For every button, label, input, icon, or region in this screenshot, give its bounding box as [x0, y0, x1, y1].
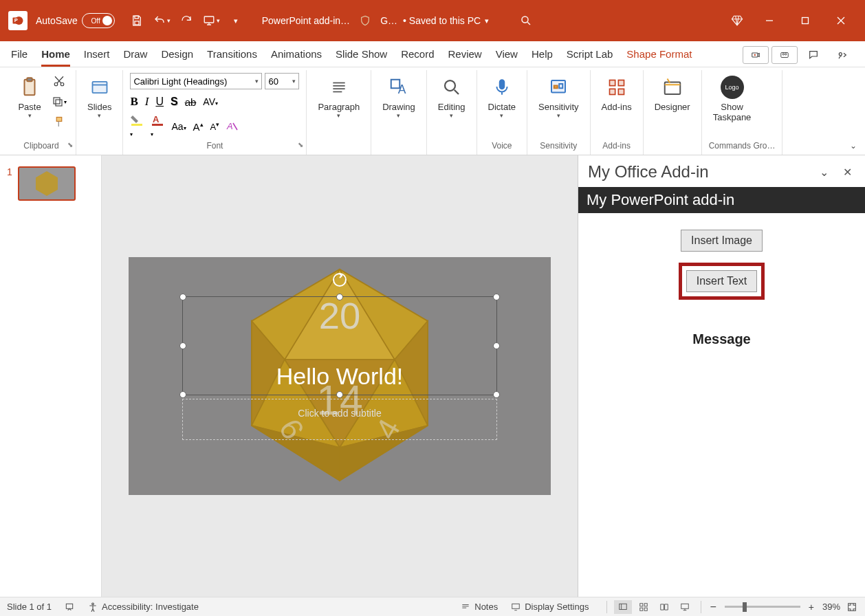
svg-rect-39 [554, 86, 558, 89]
svg-text:A: A [398, 82, 406, 96]
teams-share-button[interactable] [771, 46, 798, 64]
reading-view-icon[interactable] [655, 600, 673, 614]
tab-shape-format[interactable]: Shape Format [620, 43, 699, 67]
svg-rect-40 [560, 84, 563, 88]
autosave-toggle[interactable]: Off [82, 13, 115, 28]
tab-file[interactable]: File [4, 43, 34, 67]
thumbnail-preview [18, 166, 76, 201]
svg-rect-76 [848, 603, 856, 610]
dictate-button[interactable]: Dictate [484, 73, 520, 122]
accessibility-status[interactable]: Accessibility: Investigate [87, 602, 199, 613]
paste-button[interactable]: Paste [14, 73, 45, 122]
search-icon[interactable] [516, 11, 536, 30]
notes-toggle[interactable]: Notes [460, 602, 498, 612]
shadow-icon[interactable]: S [171, 96, 178, 108]
italic-icon[interactable]: I [145, 95, 149, 109]
strikethrough-icon[interactable]: ab [185, 96, 197, 108]
font-color-icon[interactable]: A▾ [151, 114, 164, 139]
highlight-color-icon[interactable]: ▾ [130, 114, 144, 139]
slide-thumbnail-1[interactable]: 1 [7, 166, 94, 201]
bold-icon[interactable]: B [130, 95, 138, 109]
minimize-button[interactable] [754, 10, 785, 32]
camera-button[interactable] [743, 46, 769, 64]
font-size-combo[interactable]: 60▾ [265, 73, 299, 89]
taskpane-dropdown-icon[interactable]: ⌄ [815, 164, 832, 180]
zoom-value[interactable]: 39% [822, 602, 840, 612]
cut-icon[interactable] [50, 73, 69, 89]
taskpane-close-icon[interactable]: ✕ [839, 164, 855, 180]
tab-review[interactable]: Review [441, 43, 489, 67]
paragraph-label: Paragraph [318, 102, 360, 112]
shield-icon[interactable] [355, 11, 375, 30]
group-designer: Designer [644, 70, 702, 155]
thumbnail-number: 1 [7, 166, 12, 201]
slides-button[interactable]: Slides [83, 73, 116, 122]
save-location-short: G… [380, 15, 397, 26]
redo-icon[interactable] [177, 11, 196, 30]
comments-button[interactable] [800, 46, 826, 64]
display-settings[interactable]: Display Settings [510, 602, 589, 612]
show-taskpane-label2: Taskpane [713, 112, 752, 122]
svg-point-14 [782, 54, 784, 55]
tab-home[interactable]: Home [34, 43, 77, 67]
tab-record[interactable]: Record [394, 43, 441, 67]
font-name-combo[interactable]: Calibri Light (Headings)▾ [130, 73, 262, 89]
svg-rect-21 [56, 100, 62, 106]
spell-check-icon[interactable] [64, 602, 75, 612]
tab-transitions[interactable]: Transitions [200, 43, 264, 67]
sensitivity-button[interactable]: Sensitivity [534, 73, 583, 122]
increase-font-icon[interactable]: A▴ [193, 121, 204, 133]
tab-slide-show[interactable]: Slide Show [329, 43, 394, 67]
show-taskpane-button[interactable]: Logo Show Taskpane [709, 73, 756, 125]
slide-title-text[interactable]: Hello World! [183, 363, 496, 390]
editing-button[interactable]: Editing [434, 73, 470, 122]
undo-icon[interactable]: ▾ [152, 11, 171, 30]
tab-animations[interactable]: Animations [264, 43, 329, 67]
svg-rect-24 [92, 82, 107, 93]
zoom-out-icon[interactable]: − [707, 601, 719, 613]
format-painter-icon[interactable] [50, 114, 69, 131]
autosave-state: Off [91, 17, 100, 25]
subtitle-text-box[interactable]: Click to add subtitle [182, 399, 497, 440]
maximize-button[interactable] [789, 10, 821, 32]
svg-rect-75 [681, 604, 689, 608]
close-button[interactable] [825, 10, 857, 32]
slide-editor[interactable]: 20 14 6 4 Hello World! Click t [102, 155, 578, 597]
copy-icon[interactable]: ▾ [50, 94, 69, 110]
tab-script-lab[interactable]: Script Lab [560, 43, 620, 67]
fit-to-window-icon[interactable] [846, 602, 858, 613]
insert-text-button[interactable]: Insert Text [686, 270, 758, 292]
title-text-box[interactable]: Hello World! [182, 296, 497, 395]
diamond-premium-icon[interactable] [727, 11, 747, 30]
share-button[interactable] [829, 46, 855, 64]
character-spacing-icon[interactable]: AV▾ [203, 96, 218, 107]
zoom-in-icon[interactable]: + [806, 602, 817, 613]
save-icon[interactable] [127, 11, 146, 30]
addins-button[interactable]: Add-ins [598, 73, 636, 115]
clear-formatting-icon[interactable]: A [226, 121, 239, 132]
powerpoint-app-icon: P [8, 11, 28, 30]
tab-view[interactable]: View [489, 43, 525, 67]
qat-overflow-icon[interactable]: ▾ [226, 11, 245, 30]
save-status-chevron-icon[interactable]: ▾ [485, 16, 489, 25]
change-case-icon[interactable]: Aa▾ [171, 121, 186, 132]
rotation-handle-icon[interactable] [332, 272, 347, 287]
designer-button[interactable]: Designer [650, 73, 694, 115]
normal-view-icon[interactable] [614, 600, 632, 614]
decrease-font-icon[interactable]: A▾ [210, 121, 220, 132]
tab-design[interactable]: Design [154, 43, 200, 67]
paragraph-button[interactable]: Paragraph [314, 73, 364, 122]
tab-help[interactable]: Help [525, 43, 560, 67]
tab-draw[interactable]: Draw [116, 43, 154, 67]
zoom-slider[interactable] [725, 606, 800, 608]
present-from-beginning-icon[interactable]: ▾ [201, 11, 221, 30]
tab-insert[interactable]: Insert [77, 43, 117, 67]
drawing-button[interactable]: A Drawing [378, 73, 419, 122]
addins-label: Add-ins [602, 102, 632, 112]
slide-sorter-view-icon[interactable] [635, 600, 653, 614]
ribbon-collapse-icon[interactable]: ⌄ [850, 141, 857, 151]
slide-count[interactable]: Slide 1 of 1 [7, 602, 52, 612]
insert-image-button[interactable]: Insert Image [681, 230, 763, 252]
underline-icon[interactable]: U [155, 96, 164, 108]
slideshow-view-icon[interactable] [676, 600, 694, 614]
